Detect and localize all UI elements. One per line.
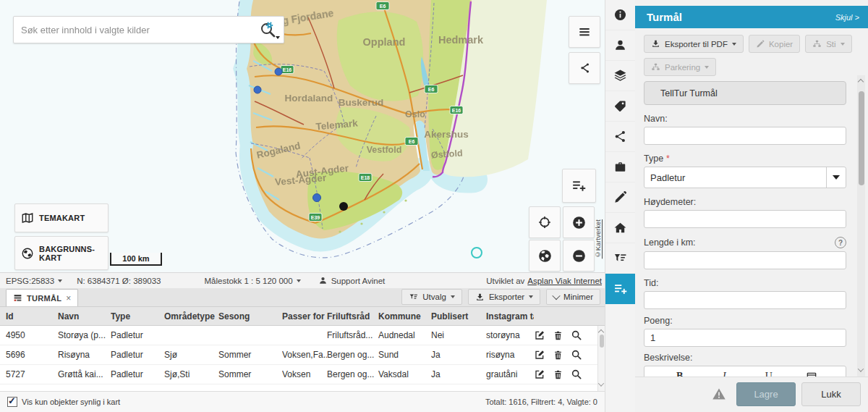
eksporter-button[interactable]: Eksporter <box>468 289 540 305</box>
cell-publisert: Ja <box>431 350 486 360</box>
add-to-list-button[interactable] <box>562 169 596 203</box>
marker-black[interactable] <box>339 202 348 211</box>
sidebar-item-layers[interactable] <box>605 61 635 91</box>
navn-input[interactable] <box>644 127 846 145</box>
minimer-button[interactable]: Minimer <box>546 289 600 305</box>
window-icon[interactable] <box>806 371 817 377</box>
sidebar-item-edit-list-active[interactable] <box>605 274 635 304</box>
column-header[interactable]: Navn <box>58 311 111 321</box>
zoom-out-button[interactable] <box>563 240 595 272</box>
type-select[interactable]: Padletur <box>644 167 846 188</box>
underline-button[interactable]: U <box>762 371 776 377</box>
sidebar-item-draw[interactable] <box>605 182 635 213</box>
kopier-button[interactable]: Kopier <box>749 35 800 53</box>
share-icon <box>578 62 592 75</box>
scroll-thumb[interactable] <box>600 335 604 348</box>
italic-button[interactable]: I <box>717 371 731 377</box>
temakart-button[interactable]: TEMAKART <box>14 203 109 232</box>
sti-button[interactable]: Sti <box>805 35 851 53</box>
bold-button[interactable]: B <box>673 371 687 377</box>
column-header[interactable]: Passer for <box>282 311 327 321</box>
svg-text:Buskerud: Buskerud <box>339 97 383 108</box>
info-icon <box>613 8 627 22</box>
totals-readout: Totalt: 1616, Filtrert: 4, Valgte: 0 <box>485 398 597 406</box>
lagre-button[interactable]: Lagre <box>736 382 796 406</box>
sidebar-item-info[interactable] <box>605 0 635 30</box>
scale-selector[interactable]: Målestokk 1 : 5 120 000 <box>205 277 301 285</box>
zoom-in-button[interactable] <box>563 206 595 238</box>
user-icon <box>613 38 627 52</box>
cell-friluftsrad: Bergen og... <box>327 369 378 379</box>
column-header[interactable]: Sesong <box>218 311 282 321</box>
globe-button[interactable] <box>529 240 561 272</box>
zoom-to-icon[interactable] <box>571 329 582 341</box>
epsg-selector[interactable]: EPSG:25833 <box>6 277 62 285</box>
list-plus-icon <box>613 282 628 296</box>
search-input[interactable] <box>14 25 253 35</box>
filter-icon <box>613 251 627 265</box>
pencil-icon <box>756 40 765 49</box>
search-options-caret-icon <box>276 36 280 39</box>
column-header[interactable]: Type <box>111 311 164 321</box>
sidebar-item-tag[interactable] <box>605 91 635 122</box>
poeng-input[interactable] <box>644 329 846 347</box>
column-header[interactable]: Områdetype <box>164 311 218 321</box>
zoom-to-icon[interactable] <box>571 369 582 380</box>
tab-turmal[interactable]: TURMÅL × <box>6 289 78 306</box>
column-header[interactable]: Publisert <box>431 311 486 321</box>
lukk-button[interactable]: Lukk <box>801 382 861 406</box>
tag-icon <box>613 99 627 113</box>
table-row[interactable]: 4950 Storøya (p... Padletur Friluftsråd.… <box>0 326 605 345</box>
source-section-header[interactable]: TellTur Turmål <box>644 81 846 105</box>
logged-in-user[interactable]: Support Avinet <box>318 276 386 285</box>
sitemap-icon <box>812 39 822 49</box>
sidebar-item-filter[interactable] <box>605 243 635 274</box>
search-button[interactable] <box>253 17 284 42</box>
tid-input[interactable] <box>644 291 846 309</box>
column-header[interactable]: Id <box>6 311 58 321</box>
table-row[interactable]: 5727 Grøttå kai... Padletur Sjø,Sti Somm… <box>0 365 605 384</box>
marker-blue[interactable] <box>254 86 261 93</box>
sidebar-item-home[interactable] <box>605 213 635 243</box>
marker-blue[interactable] <box>275 68 282 75</box>
menu-button[interactable] <box>569 16 600 48</box>
column-header[interactable]: Kommune <box>378 311 431 321</box>
sidebar-item-user[interactable] <box>605 30 635 61</box>
panel-scrollbar[interactable] <box>857 75 865 377</box>
export-pdf-button[interactable]: Eksporter til PDF <box>644 35 744 53</box>
edit-icon[interactable] <box>534 369 545 380</box>
caret-down-icon <box>529 295 533 298</box>
parkering-button[interactable]: Parkering <box>644 58 716 76</box>
trash-icon[interactable] <box>553 350 563 361</box>
locate-button[interactable] <box>529 206 561 238</box>
trash-icon[interactable] <box>553 369 563 380</box>
hoydemeter-input[interactable] <box>644 210 846 228</box>
sidebar-item-briefcase[interactable] <box>605 152 635 182</box>
marker-blue[interactable] <box>313 194 321 202</box>
edit-icon[interactable] <box>534 329 545 341</box>
visible-only-checkbox[interactable] <box>7 397 17 407</box>
column-header[interactable]: Instagram ta <box>486 311 534 321</box>
share-icon <box>613 130 627 143</box>
scroll-thumb[interactable] <box>859 91 864 185</box>
table-row[interactable]: 5696 Risøyna Padletur Sjø Sommer Voksen,… <box>0 345 605 365</box>
column-header[interactable]: Friluftsråd <box>327 311 378 321</box>
edit-icon[interactable] <box>534 349 545 361</box>
hide-panel-link[interactable]: Skjul > <box>835 13 859 22</box>
scroll-up-icon[interactable] <box>858 79 864 85</box>
beskrivelse-editor[interactable]: B I U <box>644 366 846 377</box>
table-scrollbar[interactable] <box>597 326 605 391</box>
help-icon[interactable]: ? <box>835 237 846 248</box>
zoom-to-icon[interactable] <box>571 349 582 361</box>
sidebar-item-share[interactable] <box>605 122 635 152</box>
developer-link[interactable]: Asplan Viak Internet <box>527 277 602 285</box>
tab-close-icon[interactable]: × <box>66 295 71 302</box>
scroll-down-icon[interactable] <box>598 380 604 386</box>
bakgrunnskart-button[interactable]: BAKGRUNNS-KART <box>14 236 109 270</box>
trash-icon[interactable] <box>553 330 563 341</box>
lengde-input[interactable] <box>644 251 846 269</box>
utvalg-button[interactable]: Utvalg <box>401 289 462 305</box>
svg-text:Hedmark: Hedmark <box>438 34 484 46</box>
share-button[interactable] <box>569 52 600 84</box>
scroll-down-icon[interactable] <box>858 366 864 371</box>
